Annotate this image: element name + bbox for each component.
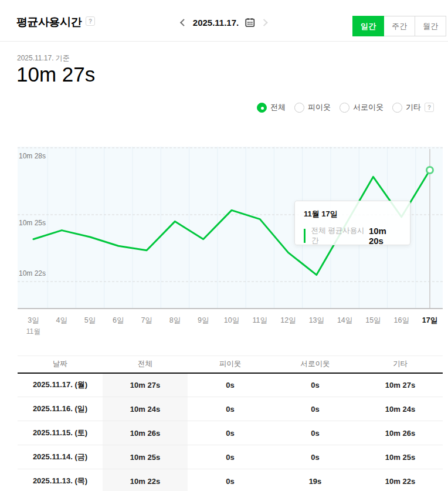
calendar-icon[interactable] — [245, 18, 255, 28]
radio-icon — [392, 103, 402, 113]
x-axis-tick: 17일 — [422, 316, 437, 326]
x-axis-tick: 12일 — [280, 316, 296, 326]
filter-label: 서로이웃 — [353, 102, 383, 113]
x-axis-tick: 14일 — [337, 316, 352, 326]
radio-icon — [257, 103, 267, 113]
table-cell-date: 2025.11.17. (월) — [18, 373, 103, 397]
table-cell-value: 0s — [188, 469, 273, 491]
table-column-header: 기타 — [358, 356, 443, 373]
table-header: 날짜전체피이웃서로이웃기타 — [18, 356, 443, 373]
table-cell-date: 2025.11.16. (일) — [18, 397, 103, 421]
x-axis-labels: 3일4일5일6일7일8일9일10일11일12일13일14일15일16일17일11… — [18, 313, 443, 336]
table-cell-value: 10m 27s — [103, 373, 188, 397]
table-cell-value: 10m 24s — [103, 397, 188, 421]
filter-label: 전체 — [270, 102, 286, 113]
filter-radio-1[interactable]: 피이웃 — [294, 102, 331, 113]
chevron-left-icon[interactable] — [180, 19, 188, 26]
table-cell-value: 0s — [273, 397, 358, 421]
y-axis-tick: 10m 28s — [19, 152, 46, 160]
x-axis-tick: 5일 — [84, 316, 96, 326]
x-axis-tick: 7일 — [141, 316, 152, 326]
table-cell-value: 0s — [188, 421, 273, 445]
header-divider — [0, 41, 448, 42]
table-cell-value: 0s — [273, 421, 358, 445]
page-header: 평균사용시간 ? — [16, 15, 95, 29]
tab-weekly[interactable]: 주간 — [383, 16, 415, 36]
tooltip-series-color-bar — [304, 229, 306, 243]
x-axis-tick: 8일 — [169, 316, 181, 326]
table-column-header: 날짜 — [18, 356, 103, 373]
table-column-header: 서로이웃 — [273, 356, 358, 373]
x-axis-tick: 13일 — [309, 316, 324, 326]
table-row: 2025.11.17. (월)10m 27s0s0s10m 27s — [18, 373, 443, 397]
table-cell-value: 10m 27s — [358, 373, 443, 397]
usage-time-table: 날짜전체피이웃서로이웃기타 2025.11.17. (월)10m 27s0s0s… — [18, 355, 443, 491]
tooltip-date: 11월 17일 — [304, 209, 402, 219]
chevron-right-icon[interactable] — [260, 19, 268, 26]
usage-time-chart: 10m 28s10m 25s10m 22s 11월 17일 전체 평균사용시간 … — [18, 147, 443, 340]
table-cell-value: 0s — [273, 445, 358, 469]
table-cell-value: 10m 25s — [358, 445, 443, 469]
x-axis-tick: 16일 — [394, 316, 409, 326]
table-cell-value: 0s — [273, 373, 358, 397]
summary-caption: 2025.11.17. 기준 — [17, 53, 70, 63]
table-column-header: 전체 — [103, 356, 188, 373]
page-title: 평균사용시간 — [16, 15, 82, 29]
table-row: 2025.11.14. (금)10m 25s0s0s10m 25s — [18, 445, 443, 469]
summary-value: 10m 27s — [16, 63, 95, 86]
title-help-icon[interactable]: ? — [86, 16, 95, 26]
table-cell-value: 10m 22s — [358, 469, 443, 491]
x-axis-tick: 6일 — [113, 316, 124, 326]
x-axis-month-label: 11월 — [26, 327, 40, 337]
y-axis-tick: 10m 25s — [19, 219, 46, 227]
radio-icon — [294, 103, 304, 113]
filter-radio-3[interactable]: 기타? — [392, 102, 434, 113]
filter-label: 기타 — [406, 102, 421, 113]
table-cell-value: 19s — [273, 469, 358, 491]
audience-filter-group: 전체피이웃서로이웃기타? — [257, 102, 434, 113]
x-axis-tick: 15일 — [365, 316, 381, 326]
chart-tooltip: 11월 17일 전체 평균사용시간 10m 20s — [294, 201, 410, 245]
table-column-header: 피이웃 — [188, 356, 273, 373]
table-cell-value: 10m 26s — [103, 421, 188, 445]
table-cell-value: 10m 22s — [103, 469, 188, 491]
date-navigation: 2025.11.17. — [181, 18, 267, 28]
current-date: 2025.11.17. — [193, 18, 239, 28]
table-cell-date: 2025.11.14. (금) — [18, 445, 103, 469]
table-cell-value: 10m 25s — [103, 445, 188, 469]
x-axis-tick: 11일 — [253, 316, 267, 326]
table-cell-value: 0s — [188, 397, 273, 421]
table-cell-date: 2025.11.15. (토) — [18, 421, 103, 445]
radio-icon — [340, 103, 349, 113]
tooltip-series-label: 전체 평균사용시간 — [311, 226, 369, 246]
x-axis-tick: 4일 — [56, 316, 67, 326]
table-row: 2025.11.13. (목)10m 22s0s19s10m 22s — [18, 469, 443, 491]
table-row: 2025.11.16. (일)10m 24s0s0s10m 24s — [18, 397, 443, 421]
x-axis-tick: 9일 — [198, 316, 209, 326]
table-cell-value: 0s — [188, 373, 273, 397]
x-axis-tick: 3일 — [28, 316, 39, 326]
y-axis-tick: 10m 22s — [19, 269, 46, 277]
x-axis-tick: 10일 — [224, 316, 239, 326]
filter-label: 피이웃 — [308, 102, 331, 113]
table-row: 2025.11.15. (토)10m 26s0s0s10m 26s — [18, 421, 443, 445]
tab-monthly[interactable]: 월간 — [415, 16, 446, 36]
filter-radio-2[interactable]: 서로이웃 — [340, 102, 383, 113]
table-cell-value: 0s — [188, 445, 273, 469]
filter-help-icon[interactable]: ? — [425, 103, 434, 112]
tab-daily[interactable]: 일간 — [352, 16, 384, 36]
table-cell-value: 10m 26s — [358, 421, 443, 445]
table-cell-value: 10m 24s — [358, 397, 443, 421]
filter-radio-0[interactable]: 전체 — [257, 102, 286, 113]
tooltip-value: 10m 20s — [369, 226, 402, 246]
period-tabs: 일간주간월간 — [353, 16, 446, 36]
table-cell-date: 2025.11.13. (목) — [18, 469, 103, 491]
